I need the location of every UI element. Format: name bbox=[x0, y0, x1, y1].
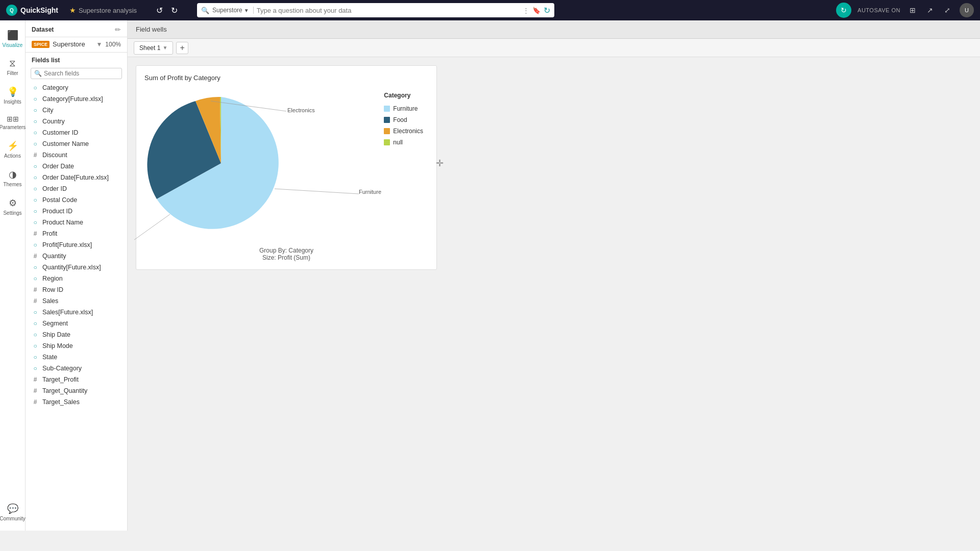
fullscreen-icon[interactable]: ⤢ bbox=[941, 4, 953, 16]
field-item[interactable]: ○Region bbox=[26, 273, 127, 284]
topbar-action-icons: ⊞ ↗ ⤢ bbox=[906, 4, 953, 16]
field-item[interactable]: #Quantity bbox=[26, 251, 127, 262]
field-item[interactable]: ○Sub-Category bbox=[26, 363, 127, 374]
field-type-icon: # bbox=[32, 253, 39, 260]
edit-dataset-icon[interactable]: ✏ bbox=[115, 26, 121, 34]
search-datasource[interactable]: Superstore ▼ bbox=[212, 7, 254, 14]
nav-parameters[interactable]: ⊞⊞ Parameters bbox=[2, 111, 24, 134]
datasource-label: Superstore bbox=[212, 7, 242, 14]
themes-icon: ◑ bbox=[9, 169, 17, 180]
qa-search-bar[interactable]: 🔍 Superstore ▼ ⋮ 🔖 ↻ bbox=[197, 3, 554, 17]
field-item[interactable]: #Target_Quantity bbox=[26, 385, 127, 396]
legend-label-furniture: Furniture bbox=[393, 105, 418, 112]
pie-label-electronics: Electronics bbox=[287, 107, 315, 113]
field-item[interactable]: #Row ID bbox=[26, 284, 127, 295]
field-item[interactable]: ○Customer ID bbox=[26, 127, 127, 138]
nav-actions[interactable]: ⚡ Actions bbox=[2, 136, 24, 163]
nav-settings[interactable]: ⚙ Settings bbox=[2, 193, 24, 220]
move-chart-icon[interactable]: ✛ bbox=[436, 158, 444, 169]
user-avatar[interactable]: U bbox=[960, 3, 974, 17]
qa-input[interactable] bbox=[257, 7, 520, 14]
sheet-tab-1[interactable]: Sheet 1 ▼ bbox=[134, 41, 173, 55]
field-name: Quantity bbox=[42, 253, 66, 260]
redo-button[interactable]: ↻ bbox=[168, 5, 181, 16]
legend-item-food: Food bbox=[384, 116, 423, 123]
fields-search-input[interactable] bbox=[44, 70, 118, 77]
bookmark-icon[interactable]: 🔖 bbox=[532, 7, 541, 14]
field-item[interactable]: ○Product ID bbox=[26, 206, 127, 217]
parameters-icon: ⊞⊞ bbox=[7, 115, 19, 123]
share-icon[interactable]: ↗ bbox=[924, 4, 936, 16]
field-type-icon: ○ bbox=[32, 309, 39, 316]
field-item[interactable]: ○Category[Future.xlsx] bbox=[26, 93, 127, 105]
field-type-icon: ○ bbox=[32, 320, 39, 327]
chart-title: Sum of Profit by Category bbox=[144, 74, 428, 82]
field-type-icon: # bbox=[32, 387, 39, 394]
nav-settings-label: Settings bbox=[3, 210, 21, 216]
field-item[interactable]: ○Quantity[Future.xlsx] bbox=[26, 262, 127, 273]
field-item[interactable]: ○Ship Mode bbox=[26, 340, 127, 352]
dataset-label: Dataset bbox=[32, 26, 54, 33]
embed-icon[interactable]: ⊞ bbox=[906, 4, 919, 16]
chart-group-by: Group By: Category bbox=[144, 247, 428, 254]
field-name: Category bbox=[42, 84, 68, 91]
fields-list-label: Fields list bbox=[32, 57, 60, 64]
refresh-button[interactable]: ↻ bbox=[836, 3, 851, 18]
field-item[interactable]: ○Country bbox=[26, 116, 127, 127]
field-name: Profit[Future.xlsx] bbox=[42, 241, 92, 248]
nav-insights[interactable]: 💡 Insights bbox=[2, 82, 24, 109]
field-type-icon: ○ bbox=[32, 331, 39, 338]
nav-community-label: Community bbox=[0, 516, 26, 521]
nav-themes[interactable]: ◑ Themes bbox=[2, 165, 24, 191]
field-item[interactable]: ○Sales[Future.xlsx] bbox=[26, 307, 127, 318]
field-name: Customer Name bbox=[42, 140, 89, 147]
actions-icon: ⚡ bbox=[7, 140, 18, 152]
search-options-icon[interactable]: ⋮ bbox=[523, 7, 529, 14]
undo-button[interactable]: ↺ bbox=[153, 5, 166, 16]
nav-filter[interactable]: ⧖ Filter bbox=[2, 54, 24, 80]
add-sheet-button[interactable]: + bbox=[176, 42, 188, 54]
field-item[interactable]: #Profit bbox=[26, 228, 127, 239]
app-logo[interactable]: Q QuickSight bbox=[6, 5, 58, 16]
field-type-icon: ○ bbox=[32, 185, 39, 192]
nav-community[interactable]: 💬 Community bbox=[2, 499, 24, 525]
pie-label-line-food bbox=[134, 214, 170, 240]
field-item[interactable]: ○Customer Name bbox=[26, 138, 127, 149]
star-icon: ★ bbox=[69, 6, 76, 14]
field-item[interactable]: ○Profit[Future.xlsx] bbox=[26, 239, 127, 251]
field-item[interactable]: ○Segment bbox=[26, 318, 127, 329]
field-item[interactable]: ○Order ID bbox=[26, 183, 127, 194]
field-item[interactable]: ○Postal Code bbox=[26, 194, 127, 206]
fields-search-bar[interactable]: 🔍 bbox=[31, 68, 122, 79]
field-item[interactable]: ○Order Date bbox=[26, 161, 127, 172]
field-item[interactable]: ○State bbox=[26, 352, 127, 363]
sheet-1-caret: ▼ bbox=[162, 45, 167, 51]
field-type-icon: ○ bbox=[32, 365, 39, 372]
field-item[interactable]: ○Order Date[Future.xlsx] bbox=[26, 172, 127, 183]
field-item[interactable]: ○City bbox=[26, 105, 127, 116]
field-item[interactable]: ○Category bbox=[26, 82, 127, 93]
field-item[interactable]: #Target_Sales bbox=[26, 396, 127, 408]
field-name: Segment bbox=[42, 320, 68, 327]
nav-actions-label: Actions bbox=[4, 153, 21, 159]
field-wells-bar: Field wells bbox=[128, 20, 980, 39]
nav-visualize[interactable]: ⬛ Visualize bbox=[2, 26, 24, 52]
field-name: Ship Mode bbox=[42, 342, 73, 349]
undo-redo-group: ↺ ↻ bbox=[153, 5, 181, 16]
field-name: Postal Code bbox=[42, 196, 77, 204]
field-item[interactable]: #Discount bbox=[26, 149, 127, 161]
field-item[interactable]: #Target_Profit bbox=[26, 374, 127, 385]
field-item[interactable]: ○Product Name bbox=[26, 217, 127, 228]
search-refresh-icon[interactable]: ↻ bbox=[544, 6, 550, 15]
field-name: Ship Date bbox=[42, 331, 70, 338]
dataset-selector[interactable]: SPICE Superstore ▼ 100% bbox=[26, 37, 127, 53]
field-item[interactable]: ○Ship Date bbox=[26, 329, 127, 340]
dataset-name: Superstore bbox=[53, 40, 93, 48]
field-type-icon: ○ bbox=[32, 95, 39, 103]
field-item[interactable]: #Sales bbox=[26, 295, 127, 307]
field-type-icon: # bbox=[32, 230, 39, 237]
fields-list: ○Category○Category[Future.xlsx]○City○Cou… bbox=[26, 82, 127, 531]
field-name: Product Name bbox=[42, 219, 83, 226]
chart-inner: Furniture Food Electronics Category bbox=[144, 87, 428, 240]
fields-list-header: Fields list bbox=[26, 53, 127, 66]
